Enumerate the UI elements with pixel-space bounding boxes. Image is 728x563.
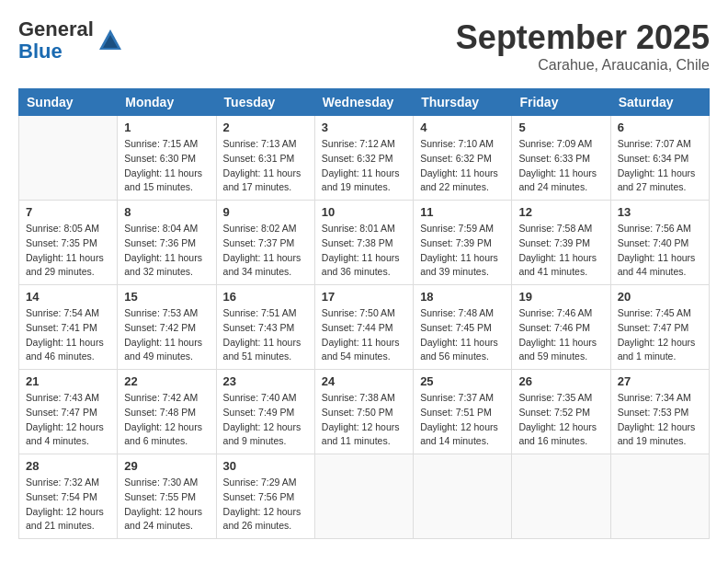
day-info: Sunrise: 8:02 AMSunset: 7:37 PMDaylight:… [223,222,308,280]
calendar-cell: 24Sunrise: 7:38 AMSunset: 7:50 PMDayligh… [314,370,413,454]
calendar-cell: 20Sunrise: 7:45 AMSunset: 7:47 PMDayligh… [610,285,709,370]
location-subtitle: Carahue, Araucania, Chile [456,57,710,74]
month-title: September 2025 [456,18,710,57]
page-header: General Blue September 2025 Carahue, Ara… [18,18,710,74]
calendar-cell: 14Sunrise: 7:54 AMSunset: 7:41 PMDayligh… [19,285,118,370]
day-info: Sunrise: 7:37 AMSunset: 7:51 PMDaylight:… [420,391,505,449]
calendar-cell: 5Sunrise: 7:09 AMSunset: 6:33 PMDaylight… [512,116,610,201]
day-info: Sunrise: 7:53 AMSunset: 7:42 PMDaylight:… [124,306,209,364]
weekday-header-sunday: Sunday [19,89,118,116]
day-number: 24 [322,374,406,388]
day-number: 16 [223,290,308,304]
day-number: 8 [124,205,209,219]
day-info: Sunrise: 7:38 AMSunset: 7:50 PMDaylight:… [322,391,406,449]
day-number: 22 [124,374,209,388]
calendar-cell: 16Sunrise: 7:51 AMSunset: 7:43 PMDayligh… [216,285,314,370]
calendar-cell [19,116,118,201]
weekday-header-wednesday: Wednesday [314,89,413,116]
day-info: Sunrise: 7:42 AMSunset: 7:48 PMDaylight:… [124,391,209,449]
calendar-cell: 18Sunrise: 7:48 AMSunset: 7:45 PMDayligh… [414,285,512,370]
weekday-header-friday: Friday [512,89,610,116]
week-row-5: 28Sunrise: 7:32 AMSunset: 7:54 PMDayligh… [19,454,710,539]
day-number: 23 [223,374,308,388]
day-number: 21 [26,374,110,388]
calendar-cell [610,454,709,539]
day-info: Sunrise: 7:35 AMSunset: 7:52 PMDaylight:… [518,391,603,449]
calendar-cell: 22Sunrise: 7:42 AMSunset: 7:48 PMDayligh… [118,370,216,454]
day-number: 9 [223,205,308,219]
day-info: Sunrise: 8:01 AMSunset: 7:38 PMDaylight:… [322,222,406,280]
day-info: Sunrise: 7:59 AMSunset: 7:39 PMDaylight:… [420,222,505,280]
day-number: 6 [618,121,702,134]
day-info: Sunrise: 7:51 AMSunset: 7:43 PMDaylight:… [223,306,308,364]
weekday-header-tuesday: Tuesday [216,89,314,116]
week-row-4: 21Sunrise: 7:43 AMSunset: 7:47 PMDayligh… [19,370,710,454]
calendar-cell: 30Sunrise: 7:29 AMSunset: 7:56 PMDayligh… [216,454,314,539]
calendar-cell: 12Sunrise: 7:58 AMSunset: 7:39 PMDayligh… [512,201,610,285]
day-number: 17 [322,290,406,304]
day-number: 5 [518,121,603,134]
weekday-header-saturday: Saturday [610,89,709,116]
calendar-cell [414,454,512,539]
calendar-cell: 29Sunrise: 7:30 AMSunset: 7:55 PMDayligh… [118,454,216,539]
calendar-cell: 27Sunrise: 7:34 AMSunset: 7:53 PMDayligh… [610,370,709,454]
calendar-cell: 3Sunrise: 7:12 AMSunset: 6:32 PMDaylight… [314,116,413,201]
logo: General Blue [18,18,123,63]
calendar-cell: 2Sunrise: 7:13 AMSunset: 6:31 PMDaylight… [216,116,314,201]
day-number: 10 [322,205,406,219]
title-block: September 2025 Carahue, Araucania, Chile [456,18,710,74]
calendar-cell [512,454,610,539]
day-number: 28 [26,459,110,473]
day-number: 4 [420,121,505,134]
day-info: Sunrise: 7:12 AMSunset: 6:32 PMDaylight:… [322,137,406,195]
calendar-cell: 15Sunrise: 7:53 AMSunset: 7:42 PMDayligh… [118,285,216,370]
day-number: 7 [26,205,110,219]
logo-general-text: General [18,18,94,40]
day-number: 26 [518,374,603,388]
calendar-cell: 7Sunrise: 8:05 AMSunset: 7:35 PMDaylight… [19,201,118,285]
weekday-header-monday: Monday [118,89,216,116]
day-info: Sunrise: 7:45 AMSunset: 7:47 PMDaylight:… [618,306,702,364]
day-info: Sunrise: 7:15 AMSunset: 6:30 PMDaylight:… [124,137,209,195]
day-number: 11 [420,205,505,219]
calendar-cell: 13Sunrise: 7:56 AMSunset: 7:40 PMDayligh… [610,201,709,285]
calendar-cell: 11Sunrise: 7:59 AMSunset: 7:39 PMDayligh… [414,201,512,285]
day-info: Sunrise: 7:56 AMSunset: 7:40 PMDaylight:… [618,222,702,280]
day-number: 13 [618,205,702,219]
calendar-cell: 4Sunrise: 7:10 AMSunset: 6:32 PMDaylight… [414,116,512,201]
day-number: 15 [124,290,209,304]
day-info: Sunrise: 7:48 AMSunset: 7:45 PMDaylight:… [420,306,505,364]
calendar-cell: 28Sunrise: 7:32 AMSunset: 7:54 PMDayligh… [19,454,118,539]
day-number: 1 [124,121,209,134]
day-number: 14 [26,290,110,304]
day-info: Sunrise: 7:40 AMSunset: 7:49 PMDaylight:… [223,391,308,449]
day-info: Sunrise: 7:50 AMSunset: 7:44 PMDaylight:… [322,306,406,364]
calendar-cell: 10Sunrise: 8:01 AMSunset: 7:38 PMDayligh… [314,201,413,285]
day-info: Sunrise: 7:32 AMSunset: 7:54 PMDaylight:… [26,476,110,534]
calendar-table: SundayMondayTuesdayWednesdayThursdayFrid… [18,88,710,539]
day-info: Sunrise: 7:09 AMSunset: 6:33 PMDaylight:… [518,137,603,195]
day-info: Sunrise: 7:43 AMSunset: 7:47 PMDaylight:… [26,391,110,449]
calendar-cell: 9Sunrise: 8:02 AMSunset: 7:37 PMDaylight… [216,201,314,285]
calendar-cell: 6Sunrise: 7:07 AMSunset: 6:34 PMDaylight… [610,116,709,201]
calendar-cell [314,454,413,539]
calendar-cell: 17Sunrise: 7:50 AMSunset: 7:44 PMDayligh… [314,285,413,370]
day-info: Sunrise: 7:29 AMSunset: 7:56 PMDaylight:… [223,476,308,534]
day-number: 25 [420,374,505,388]
day-info: Sunrise: 7:07 AMSunset: 6:34 PMDaylight:… [618,137,702,195]
calendar-cell: 26Sunrise: 7:35 AMSunset: 7:52 PMDayligh… [512,370,610,454]
day-number: 30 [223,459,308,473]
day-info: Sunrise: 7:30 AMSunset: 7:55 PMDaylight:… [124,476,209,534]
day-info: Sunrise: 7:13 AMSunset: 6:31 PMDaylight:… [223,137,308,195]
day-number: 27 [618,374,702,388]
weekday-header-thursday: Thursday [414,89,512,116]
day-info: Sunrise: 7:58 AMSunset: 7:39 PMDaylight:… [518,222,603,280]
day-number: 3 [322,121,406,134]
week-row-2: 7Sunrise: 8:05 AMSunset: 7:35 PMDaylight… [19,201,710,285]
day-info: Sunrise: 8:05 AMSunset: 7:35 PMDaylight:… [26,222,110,280]
day-info: Sunrise: 8:04 AMSunset: 7:36 PMDaylight:… [124,222,209,280]
calendar-cell: 23Sunrise: 7:40 AMSunset: 7:49 PMDayligh… [216,370,314,454]
week-row-3: 14Sunrise: 7:54 AMSunset: 7:41 PMDayligh… [19,285,710,370]
day-number: 19 [518,290,603,304]
calendar-cell: 8Sunrise: 8:04 AMSunset: 7:36 PMDaylight… [118,201,216,285]
